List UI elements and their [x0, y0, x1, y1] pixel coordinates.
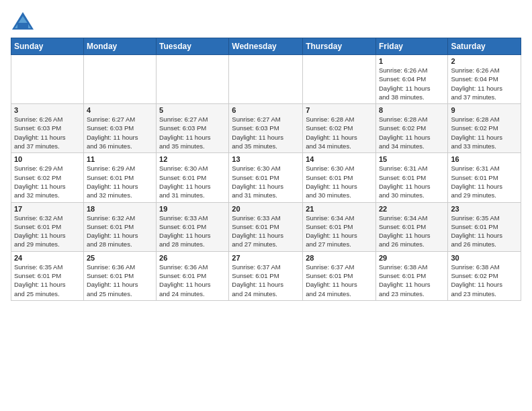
day-number: 11	[87, 155, 153, 163]
day-number: 8	[379, 106, 445, 114]
day-info: Sunrise: 6:29 AM Sunset: 6:02 PM Dayligh…	[14, 164, 81, 199]
day-info: Sunrise: 6:35 AM Sunset: 6:01 PM Dayligh…	[14, 263, 81, 298]
day-info: Sunrise: 6:37 AM Sunset: 6:01 PM Dayligh…	[232, 263, 300, 298]
page: SundayMondayTuesdayWednesdayThursdayFrid…	[0, 0, 532, 308]
day-number: 9	[451, 106, 518, 114]
day-info: Sunrise: 6:35 AM Sunset: 6:01 PM Dayligh…	[451, 214, 518, 249]
calendar-cell: 19Sunrise: 6:33 AM Sunset: 6:01 PM Dayli…	[157, 202, 229, 251]
calendar-cell: 6Sunrise: 6:27 AM Sunset: 6:03 PM Daylig…	[229, 104, 303, 153]
calendar-cell: 8Sunrise: 6:28 AM Sunset: 6:02 PM Daylig…	[375, 104, 447, 153]
day-number: 30	[451, 254, 518, 262]
day-info: Sunrise: 6:37 AM Sunset: 6:01 PM Dayligh…	[306, 263, 373, 298]
day-info: Sunrise: 6:34 AM Sunset: 6:01 PM Dayligh…	[306, 214, 373, 249]
calendar-cell: 26Sunrise: 6:36 AM Sunset: 6:01 PM Dayli…	[157, 251, 229, 300]
calendar-cell: 11Sunrise: 6:29 AM Sunset: 6:01 PM Dayli…	[83, 153, 156, 202]
calendar-cell	[157, 55, 229, 104]
day-info: Sunrise: 6:34 AM Sunset: 6:01 PM Dayligh…	[379, 214, 445, 249]
calendar-header-sunday: Sunday	[11, 38, 84, 55]
calendar-cell: 16Sunrise: 6:31 AM Sunset: 6:01 PM Dayli…	[448, 153, 521, 202]
day-info: Sunrise: 6:32 AM Sunset: 6:01 PM Dayligh…	[87, 214, 153, 249]
header	[11, 11, 521, 31]
calendar-week-5: 24Sunrise: 6:35 AM Sunset: 6:01 PM Dayli…	[11, 251, 521, 300]
day-info: Sunrise: 6:27 AM Sunset: 6:03 PM Dayligh…	[87, 115, 153, 150]
day-number: 4	[87, 106, 153, 114]
calendar-cell: 28Sunrise: 6:37 AM Sunset: 6:01 PM Dayli…	[303, 251, 376, 300]
day-number: 20	[232, 205, 300, 213]
day-number: 29	[379, 254, 445, 262]
calendar-header-thursday: Thursday	[303, 38, 376, 55]
day-info: Sunrise: 6:30 AM Sunset: 6:01 PM Dayligh…	[232, 164, 300, 199]
day-number: 27	[232, 254, 300, 262]
calendar-cell: 1Sunrise: 6:26 AM Sunset: 6:04 PM Daylig…	[375, 55, 447, 104]
day-number: 22	[379, 205, 445, 213]
calendar-header-monday: Monday	[83, 38, 156, 55]
calendar-cell: 18Sunrise: 6:32 AM Sunset: 6:01 PM Dayli…	[83, 202, 156, 251]
day-number: 1	[379, 57, 445, 65]
day-info: Sunrise: 6:27 AM Sunset: 6:03 PM Dayligh…	[232, 115, 300, 150]
calendar-cell: 25Sunrise: 6:36 AM Sunset: 6:01 PM Dayli…	[83, 251, 156, 300]
day-info: Sunrise: 6:28 AM Sunset: 6:02 PM Dayligh…	[306, 115, 373, 150]
day-number: 14	[306, 155, 373, 163]
calendar-cell: 17Sunrise: 6:32 AM Sunset: 6:01 PM Dayli…	[11, 202, 84, 251]
day-number: 28	[306, 254, 373, 262]
calendar-week-1: 1Sunrise: 6:26 AM Sunset: 6:04 PM Daylig…	[11, 55, 521, 104]
day-number: 7	[306, 106, 373, 114]
day-number: 16	[451, 155, 518, 163]
day-info: Sunrise: 6:31 AM Sunset: 6:01 PM Dayligh…	[451, 164, 518, 199]
day-number: 12	[159, 155, 226, 163]
calendar-cell: 24Sunrise: 6:35 AM Sunset: 6:01 PM Dayli…	[11, 251, 84, 300]
day-number: 10	[14, 155, 81, 163]
calendar-cell	[83, 55, 156, 104]
calendar-cell: 27Sunrise: 6:37 AM Sunset: 6:01 PM Dayli…	[229, 251, 303, 300]
svg-rect-2	[17, 23, 28, 28]
calendar-header-row: SundayMondayTuesdayWednesdayThursdayFrid…	[11, 38, 521, 55]
day-info: Sunrise: 6:26 AM Sunset: 6:04 PM Dayligh…	[451, 66, 518, 101]
logo	[11, 11, 39, 31]
calendar-cell: 30Sunrise: 6:38 AM Sunset: 6:02 PM Dayli…	[448, 251, 521, 300]
calendar-cell: 22Sunrise: 6:34 AM Sunset: 6:01 PM Dayli…	[375, 202, 447, 251]
calendar-header-wednesday: Wednesday	[229, 38, 303, 55]
calendar-cell: 3Sunrise: 6:26 AM Sunset: 6:03 PM Daylig…	[11, 104, 84, 153]
calendar-cell	[11, 55, 84, 104]
day-info: Sunrise: 6:27 AM Sunset: 6:03 PM Dayligh…	[159, 115, 226, 150]
calendar-cell: 21Sunrise: 6:34 AM Sunset: 6:01 PM Dayli…	[303, 202, 376, 251]
day-info: Sunrise: 6:33 AM Sunset: 6:01 PM Dayligh…	[159, 214, 226, 249]
day-number: 13	[232, 155, 300, 163]
calendar-header-tuesday: Tuesday	[157, 38, 229, 55]
calendar-cell	[303, 55, 376, 104]
day-info: Sunrise: 6:33 AM Sunset: 6:01 PM Dayligh…	[232, 214, 300, 249]
day-info: Sunrise: 6:38 AM Sunset: 6:01 PM Dayligh…	[379, 263, 445, 298]
day-info: Sunrise: 6:28 AM Sunset: 6:02 PM Dayligh…	[379, 115, 445, 150]
calendar-cell: 12Sunrise: 6:30 AM Sunset: 6:01 PM Dayli…	[157, 153, 229, 202]
calendar-cell: 5Sunrise: 6:27 AM Sunset: 6:03 PM Daylig…	[157, 104, 229, 153]
logo-icon	[11, 11, 35, 31]
calendar-cell: 7Sunrise: 6:28 AM Sunset: 6:02 PM Daylig…	[303, 104, 376, 153]
calendar-week-2: 3Sunrise: 6:26 AM Sunset: 6:03 PM Daylig…	[11, 104, 521, 153]
day-number: 21	[306, 205, 373, 213]
calendar-cell: 23Sunrise: 6:35 AM Sunset: 6:01 PM Dayli…	[448, 202, 521, 251]
day-number: 18	[87, 205, 153, 213]
calendar-cell: 15Sunrise: 6:31 AM Sunset: 6:01 PM Dayli…	[375, 153, 447, 202]
day-number: 26	[159, 254, 226, 262]
calendar-cell: 2Sunrise: 6:26 AM Sunset: 6:04 PM Daylig…	[448, 55, 521, 104]
day-info: Sunrise: 6:36 AM Sunset: 6:01 PM Dayligh…	[87, 263, 153, 298]
day-info: Sunrise: 6:31 AM Sunset: 6:01 PM Dayligh…	[379, 164, 445, 199]
day-number: 17	[14, 205, 81, 213]
calendar-cell: 20Sunrise: 6:33 AM Sunset: 6:01 PM Dayli…	[229, 202, 303, 251]
calendar-header-friday: Friday	[375, 38, 447, 55]
calendar-cell: 4Sunrise: 6:27 AM Sunset: 6:03 PM Daylig…	[83, 104, 156, 153]
day-number: 6	[232, 106, 300, 114]
calendar-cell: 10Sunrise: 6:29 AM Sunset: 6:02 PM Dayli…	[11, 153, 84, 202]
day-number: 3	[14, 106, 81, 114]
calendar-cell: 13Sunrise: 6:30 AM Sunset: 6:01 PM Dayli…	[229, 153, 303, 202]
day-number: 19	[159, 205, 226, 213]
day-number: 23	[451, 205, 518, 213]
calendar-cell	[229, 55, 303, 104]
day-info: Sunrise: 6:28 AM Sunset: 6:02 PM Dayligh…	[451, 115, 518, 150]
day-info: Sunrise: 6:32 AM Sunset: 6:01 PM Dayligh…	[14, 214, 81, 249]
day-info: Sunrise: 6:36 AM Sunset: 6:01 PM Dayligh…	[159, 263, 226, 298]
day-info: Sunrise: 6:30 AM Sunset: 6:01 PM Dayligh…	[159, 164, 226, 199]
day-number: 15	[379, 155, 445, 163]
calendar-week-3: 10Sunrise: 6:29 AM Sunset: 6:02 PM Dayli…	[11, 153, 521, 202]
calendar-week-4: 17Sunrise: 6:32 AM Sunset: 6:01 PM Dayli…	[11, 202, 521, 251]
